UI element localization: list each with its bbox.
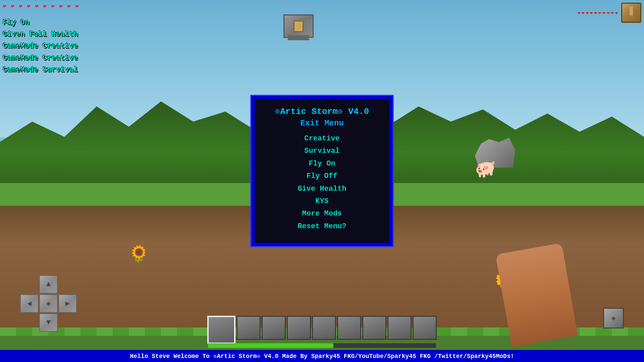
menu-item-creative[interactable]: Creative — [275, 132, 369, 145]
pig-entity: 🐖 — [475, 159, 496, 180]
chat-line-2: Given Full Health — [3, 28, 78, 40]
chat-log: Fly On Given Full Health GameMode Creati… — [3, 17, 78, 76]
hud-heart-5: ❤ — [594, 10, 597, 16]
hud-heart-7: ❤ — [602, 10, 605, 16]
heart-5: ❤ — [35, 3, 42, 10]
status-bar: Hello Steve Welcome To ❊Artic Storm❊ V4.… — [0, 350, 644, 362]
heart-4: ❤ — [27, 3, 34, 10]
modal-content: ❊Artic Storm❊ V4.0 Exit Menu Creative Su… — [255, 99, 389, 243]
hotbar — [207, 316, 437, 344]
dpad-left: ▲ ◀ ◈ ▶ ▼ — [20, 275, 77, 332]
menu-item-fly-on[interactable]: Fly On — [275, 158, 369, 170]
svg-rect-1 — [628, 15, 635, 18]
hud-top-right: ❤ ❤ ❤ ❤ ❤ ❤ ❤ ❤ ❤ ❤ — [578, 3, 641, 23]
heart-6: ❤ — [43, 3, 50, 10]
dpad-down[interactable]: ▼ — [39, 313, 58, 332]
heart-1: ❤ — [3, 3, 10, 10]
hud-heart-10: ❤ — [615, 10, 618, 16]
hud-heart-1: ❤ — [578, 10, 580, 16]
building — [283, 14, 314, 38]
heart-9: ❤ — [67, 3, 74, 10]
hotbar-slot-9[interactable] — [413, 316, 437, 340]
hud-heart-4: ❤ — [590, 10, 593, 16]
dpad-right-diamond[interactable]: ◈ — [603, 308, 624, 328]
heart-2: ❤ — [11, 3, 18, 10]
hotbar-slot-6[interactable] — [337, 316, 361, 340]
dpad-right: ◈ — [603, 308, 624, 328]
hud-heart-6: ❤ — [598, 10, 601, 16]
menu-item-reset[interactable]: Reset Menu? — [275, 220, 369, 233]
menu-item-kys[interactable]: KYS — [275, 195, 369, 207]
hud-heart-3: ❤ — [586, 10, 589, 16]
dpad-left[interactable]: ◀ — [20, 294, 39, 313]
dpad-right-btn[interactable]: ▶ — [58, 294, 77, 313]
dpad-center[interactable]: ◈ — [39, 294, 58, 313]
hotbar-slot-3[interactable] — [262, 316, 286, 340]
menu-item-more-mods[interactable]: More Mods — [275, 207, 369, 220]
dpad-up[interactable]: ▲ — [39, 275, 58, 294]
hotbar-slot-1-active[interactable] — [207, 316, 235, 344]
hotbar-slot-4[interactable] — [287, 316, 311, 340]
chat-line-1: Fly On — [3, 17, 78, 28]
modal-title: ❊Artic Storm❊ V4.0 — [275, 106, 369, 117]
svg-rect-0 — [630, 7, 633, 17]
menu-item-fly-off[interactable]: Fly Off — [275, 170, 369, 182]
hotbar-slot-5[interactable] — [312, 316, 336, 340]
modal-subtitle: Exit Menu — [275, 119, 369, 128]
health-bar: ❤ ❤ ❤ ❤ ❤ ❤ ❤ ❤ ❤ ❤ — [3, 3, 83, 10]
chat-line-4: GameMode Creative — [3, 52, 78, 64]
heart-7: ❤ — [51, 3, 58, 10]
menu-item-give-health[interactable]: Give Health — [275, 183, 369, 195]
flower-left: 🌻 — [129, 245, 149, 264]
heart-3: ❤ — [19, 3, 26, 10]
menu-item-survival[interactable]: Survival — [275, 145, 369, 157]
xp-fill — [208, 343, 333, 348]
modal-outer-border: ❊Artic Storm❊ V4.0 Exit Menu Creative Su… — [251, 95, 394, 247]
chat-line-5: GameMode Survival — [3, 64, 78, 76]
heart-8: ❤ — [59, 3, 66, 10]
hud-heart-9: ❤ — [611, 10, 613, 16]
experience-bar — [208, 343, 436, 348]
held-item — [621, 3, 641, 23]
heart-10: ❤ — [75, 3, 83, 10]
status-text: Hello Steve Welcome To ❊Artic Storm❊ V4.… — [130, 352, 514, 360]
hotbar-slot-8[interactable] — [387, 316, 412, 340]
mod-menu-modal: ❊Artic Storm❊ V4.0 Exit Menu Creative Su… — [251, 95, 394, 247]
hotbar-slot-2[interactable] — [236, 316, 261, 340]
hotbar-slot-7[interactable] — [362, 316, 386, 340]
hud-heart-2: ❤ — [582, 10, 584, 16]
hud-heart-8: ❤ — [607, 10, 609, 16]
chat-line-3: GameMode Creative — [3, 40, 78, 52]
building-window — [293, 20, 304, 32]
